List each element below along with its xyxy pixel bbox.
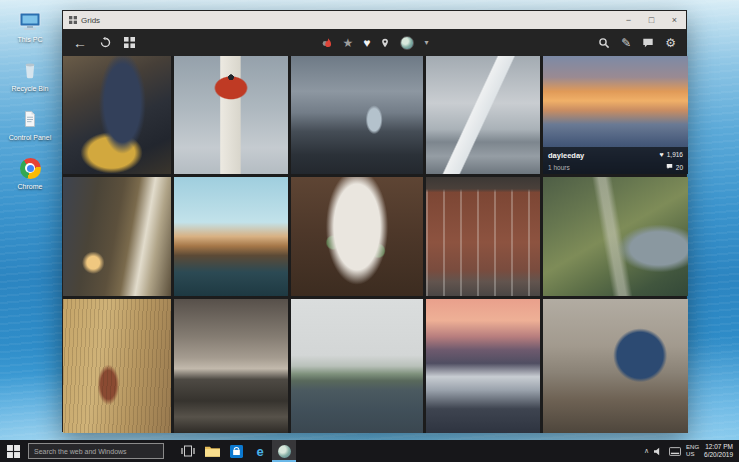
language-indicator[interactable]: ENG US bbox=[686, 444, 699, 458]
start-button[interactable] bbox=[0, 440, 26, 462]
recycle-bin-icon bbox=[17, 57, 43, 83]
maximize-button[interactable]: □ bbox=[640, 11, 663, 29]
grid-view-button[interactable] bbox=[124, 37, 135, 48]
desktop-icon-control-panel[interactable]: Control Panel bbox=[2, 106, 58, 142]
photo-tile-10[interactable] bbox=[543, 177, 688, 296]
messages-icon[interactable] bbox=[642, 37, 654, 49]
app-toolbar: ← ★ ♥ ▾ bbox=[63, 29, 686, 56]
comment-bubble-icon bbox=[666, 163, 673, 171]
window-title: Grids bbox=[81, 16, 100, 25]
compose-pencil-icon[interactable]: ✎ bbox=[621, 37, 631, 49]
desktop-icon-recycle-bin[interactable]: Recycle Bin bbox=[2, 57, 58, 93]
account-dropdown-caret-icon[interactable]: ▾ bbox=[424, 38, 428, 47]
tray-expand-caret-icon[interactable]: ∧ bbox=[644, 447, 649, 455]
photo-tile-1[interactable] bbox=[63, 56, 171, 174]
document-icon bbox=[17, 106, 43, 132]
desktop-icon-label: Control Panel bbox=[9, 134, 51, 142]
post-time-ago: 1 hours bbox=[548, 164, 584, 171]
desktop-wallpaper: This PC Recycle Bin Control Panel Chrome bbox=[0, 0, 739, 462]
photo-tile-14[interactable] bbox=[426, 299, 540, 433]
minimize-button[interactable]: − bbox=[617, 11, 640, 29]
photo-tile-4[interactable] bbox=[426, 56, 540, 174]
store-icon[interactable] bbox=[224, 440, 248, 462]
taskbar-clock[interactable]: 12:07 PM 6/20/2019 bbox=[704, 443, 735, 459]
volume-icon[interactable] bbox=[654, 447, 664, 456]
location-tab-icon[interactable] bbox=[380, 37, 390, 49]
clock-time: 12:07 PM bbox=[705, 443, 733, 451]
file-explorer-icon[interactable] bbox=[200, 440, 224, 462]
search-icon[interactable] bbox=[598, 37, 610, 49]
close-button[interactable]: × bbox=[663, 11, 686, 29]
photo-tile-2[interactable] bbox=[174, 56, 288, 174]
favorites-tab-icon[interactable]: ★ bbox=[343, 36, 354, 50]
taskbar: e ∧ ENG US 12:07 PM 6/20/2019 bbox=[0, 440, 739, 462]
photo-tile-13[interactable] bbox=[291, 299, 423, 433]
touch-keyboard-icon[interactable] bbox=[669, 447, 681, 456]
this-pc-icon bbox=[17, 8, 43, 34]
photo-tile-15[interactable] bbox=[543, 299, 688, 433]
settings-gear-icon[interactable]: ⚙ bbox=[665, 37, 676, 49]
grids-taskbar-icon[interactable] bbox=[272, 440, 296, 462]
photo-tile-5[interactable]: dayleeday 1 hours ♥ 1,916 20 bbox=[543, 56, 688, 174]
desktop-icon-label: This PC bbox=[18, 36, 43, 44]
likes-heart-icon: ♥ bbox=[660, 151, 664, 158]
popular-tab-icon[interactable] bbox=[321, 37, 333, 49]
photo-grid: dayleeday 1 hours ♥ 1,916 20 bbox=[63, 56, 686, 433]
desktop-icon-label: Chrome bbox=[18, 183, 43, 191]
photo-tile-3[interactable] bbox=[291, 56, 423, 174]
desktop-icon-this-pc[interactable]: This PC bbox=[2, 8, 58, 44]
photo-tile-11[interactable] bbox=[63, 299, 171, 433]
post-comment-count: 20 bbox=[676, 164, 683, 171]
grids-app-window: Grids − □ × ← ★ ♥ bbox=[62, 10, 687, 432]
language-code: ENG bbox=[686, 444, 699, 451]
task-view-button[interactable] bbox=[176, 440, 200, 462]
photo-tile-6[interactable] bbox=[63, 177, 171, 296]
photo-tile-8[interactable] bbox=[291, 177, 423, 296]
back-button[interactable]: ← bbox=[73, 37, 87, 49]
taskbar-search-input[interactable] bbox=[34, 448, 158, 455]
photo-tile-9[interactable] bbox=[426, 177, 540, 296]
language-region: US bbox=[686, 451, 694, 458]
photo-tile-12[interactable] bbox=[174, 299, 288, 433]
desktop-icon-chrome[interactable]: Chrome bbox=[2, 155, 58, 191]
clock-date: 6/20/2019 bbox=[704, 451, 733, 459]
post-overlay: dayleeday 1 hours ♥ 1,916 20 bbox=[543, 147, 688, 174]
likes-tab-icon[interactable]: ♥ bbox=[363, 36, 370, 50]
post-username[interactable]: dayleeday bbox=[548, 151, 584, 160]
refresh-button[interactable] bbox=[100, 37, 111, 48]
chrome-icon bbox=[17, 155, 43, 181]
window-titlebar[interactable]: Grids − □ × bbox=[63, 11, 686, 29]
photo-tile-7[interactable] bbox=[174, 177, 288, 296]
grids-app-icon bbox=[69, 16, 77, 24]
taskbar-search-box[interactable] bbox=[28, 443, 164, 459]
desktop-icon-column: This PC Recycle Bin Control Panel Chrome bbox=[2, 8, 58, 191]
post-like-count: 1,916 bbox=[667, 151, 683, 158]
desktop-icon-label: Recycle Bin bbox=[12, 85, 49, 93]
edge-browser-icon[interactable]: e bbox=[248, 440, 272, 462]
user-avatar[interactable] bbox=[400, 36, 414, 50]
